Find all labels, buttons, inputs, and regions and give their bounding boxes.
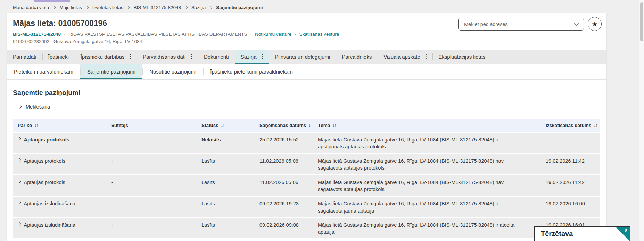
separator-dot: · <box>64 32 66 37</box>
viewing-history-link[interactable]: Skatīšanās vēsture <box>299 32 339 37</box>
tab-ekspluatacijas-lietas[interactable]: Ekspluatācijas lietas <box>432 50 491 64</box>
main-tabbar: Pamatdati Īpašnieki Īpašnieku darbības P… <box>7 50 606 64</box>
chevron-down-icon <box>574 21 579 26</box>
kebab-menu-icon[interactable] <box>191 56 192 58</box>
department-name: RĪGAS VALSTSPILSĒTAS PAŠVALDĪBAS PILSĒTA… <box>69 32 247 37</box>
case-meta-line: BIS-ML-312175-82048 · RĪGAS VALSTSPILSĒT… <box>13 31 601 37</box>
column-header-sanemsanas-datums[interactable]: Saņemšanas datums↓ <box>254 119 313 132</box>
row-sender: - <box>106 132 196 154</box>
tab-vizuala-apskate[interactable]: Vizuālā apskate <box>378 50 432 64</box>
row-subject: Aptaujas protokols <box>24 179 65 186</box>
kebab-menu-icon[interactable] <box>130 56 131 58</box>
table-row[interactable]: Aptaujas protokols - Lasīts 11.02.2026 0… <box>13 175 600 196</box>
row-reviewed-date: 19.02.2026 16:00 <box>540 196 600 218</box>
column-label: Par ko <box>18 123 32 128</box>
tab-label: Pamatdati <box>13 54 36 60</box>
row-received-date: 25.02.2026 15:52 <box>254 132 313 154</box>
column-header-par-ko[interactable]: Par ko↓↑ <box>13 119 106 132</box>
kebab-menu-icon[interactable] <box>262 56 263 58</box>
breadcrumb: Mana darba vieta Māju lietas Izvēlētās l… <box>0 0 644 13</box>
scrollbar-thumb[interactable] <box>640 2 643 41</box>
chevron-right-icon <box>86 6 89 9</box>
chat-fold-corner <box>616 227 630 241</box>
sort-icon[interactable]: ↓ <box>308 123 310 128</box>
column-header-tema[interactable]: Tēma↓↑ <box>313 119 540 132</box>
chat-widget[interactable]: Tērzētava 0 <box>534 226 630 241</box>
breadcrumb-item[interactable]: BIS-ML-312175-82048 <box>133 5 181 10</box>
row-received-date: 11.02.2026 05:06 <box>254 175 313 196</box>
row-subject: Aptaujas protokols <box>24 157 65 164</box>
row-sender: - <box>106 154 196 175</box>
subtab-pieteikumi-parvaldniekam[interactable]: Pieteikumi pārvaldniekam <box>7 64 80 79</box>
events-history-link[interactable]: Notikumu vēsture <box>255 32 291 37</box>
row-received-date: 09.02.2026 09:08 <box>254 217 313 239</box>
tab-ipasnieku-darbibas[interactable]: Īpašnieku darbības <box>75 50 137 64</box>
table-row[interactable]: Aptaujas izsludināšana - Lasīts 09.02.20… <box>13 196 600 218</box>
column-label: Statuss <box>201 123 218 128</box>
table-row[interactable]: Aptaujas protokols - Lasīts 11.02.2026 0… <box>13 154 600 175</box>
kebab-menu-icon[interactable] <box>426 56 427 58</box>
notifications-table: Par ko↓↑ Sūtītājs Statuss↓↑ Saņemšanas d… <box>13 119 600 239</box>
sort-icon[interactable]: ↓↑ <box>221 123 225 128</box>
case-card: Mājas lieta: 01005700196 BIS-ML-312175-8… <box>7 13 606 241</box>
tab-pilnvaras[interactable]: Pilnvaras un deleģējumi <box>269 50 336 64</box>
expand-row-icon[interactable] <box>17 179 21 183</box>
tab-label: Īpašnieki <box>48 54 69 60</box>
address-search-select[interactable]: Meklēt pēc adreses <box>458 18 584 31</box>
subtab-label: Nosūtītie paziņojumi <box>149 69 196 75</box>
expand-row-icon[interactable] <box>17 201 21 205</box>
row-topic: Mājas lietā Gustava Zemgala gatve 16, Rī… <box>313 196 540 218</box>
search-expander[interactable]: Meklēšana <box>18 104 601 110</box>
tab-parvaldnieks[interactable]: Pārvaldnieks <box>336 50 378 64</box>
sub-tabbar: Pieteikumi pārvaldniekam Saņemtie paziņo… <box>7 64 606 80</box>
expand-row-icon[interactable] <box>17 137 21 140</box>
tab-parvaldisanas-dati[interactable]: Pārvaldīšanas dati <box>137 50 198 64</box>
tab-sazina[interactable]: Saziņa <box>235 50 269 64</box>
sort-icon[interactable]: ↓↑ <box>34 123 38 128</box>
expand-row-icon[interactable] <box>17 222 21 226</box>
received-notifications-section: Saņemtie paziņojumi Meklēšana Par ko↓↑ S… <box>7 89 606 239</box>
expand-row-icon[interactable] <box>17 158 21 162</box>
chevron-right-icon <box>185 6 188 9</box>
row-sender: - <box>106 217 196 239</box>
column-header-izskatisanas-datums[interactable]: Izskatīšanas datums↓↑ <box>540 119 600 132</box>
tab-label: Pārvaldīšanas dati <box>143 54 185 60</box>
tab-label: Saziņa <box>241 54 257 60</box>
tab-ipasnieki[interactable]: Īpašnieki <box>42 50 75 64</box>
column-label: Saņemšanas datums <box>259 123 306 128</box>
column-header-statuss[interactable]: Statuss↓↑ <box>196 119 254 132</box>
tab-pamatdati[interactable]: Pamatdati <box>7 50 42 64</box>
row-subject: Aptaujas izsludināšana <box>24 200 75 207</box>
tab-label: Īpašnieku darbības <box>81 54 125 60</box>
subtab-ipasnieku-pieteikumi[interactable]: Īpašnieku pieteikumi pārvaldniekam <box>203 64 300 79</box>
table-row[interactable]: Aptaujas izsludināšana - Lasīts 09.02.20… <box>13 217 600 239</box>
table-row[interactable]: Aptaujas protokols - Nelasīts 25.02.2026… <box>13 132 600 154</box>
row-subject: Aptaujas izsludināšana <box>24 222 75 229</box>
row-subject: Aptaujas protokols <box>24 136 69 143</box>
row-reviewed-date: 19.02.2026 11:42 <box>540 175 600 196</box>
breadcrumb-item[interactable]: Mana darba vieta <box>13 5 49 10</box>
row-topic: Mājas lietā Gustava Zemgala gatve 16, Rī… <box>313 154 540 175</box>
sort-icon[interactable]: ↓↑ <box>594 123 597 128</box>
row-status: Nelasīts <box>196 132 254 154</box>
tab-label: Ekspluatācijas lietas <box>438 54 485 60</box>
star-icon: ★ <box>592 20 597 28</box>
chat-unread-badge: 0 <box>625 228 627 233</box>
case-number-link[interactable]: BIS-ML-312175-82048 <box>13 32 61 37</box>
case-header: Mājas lieta: 01005700196 BIS-ML-312175-8… <box>7 13 606 45</box>
breadcrumb-item[interactable]: Saziņa <box>191 5 206 10</box>
page-scrollbar <box>639 0 644 241</box>
row-status: Lasīts <box>196 217 254 239</box>
address-search-placeholder: Meklēt pēc adreses <box>464 21 508 27</box>
row-topic: Mājas lietā Gustava Zemgala gatve 16, Rī… <box>313 132 540 154</box>
sort-icon[interactable]: ↓↑ <box>332 123 336 128</box>
breadcrumb-item[interactable]: Izvēlētās lietas <box>92 5 123 10</box>
subtab-sanemtie-pazinojumi[interactable]: Saņemtie paziņojumi <box>80 64 142 79</box>
column-label: Izskatīšanas datums <box>546 123 591 128</box>
row-reviewed-date: 19.02.2026 11:42 <box>540 154 600 175</box>
tab-dokumenti[interactable]: Dokumenti <box>198 50 235 64</box>
subtab-nosutitie-pazinojumi[interactable]: Nosūtītie paziņojumi <box>142 64 203 79</box>
favorite-button[interactable]: ★ <box>588 17 602 31</box>
breadcrumb-current: Saņemtie paziņojumi <box>216 5 263 10</box>
breadcrumb-item[interactable]: Māju lietas <box>59 5 82 10</box>
